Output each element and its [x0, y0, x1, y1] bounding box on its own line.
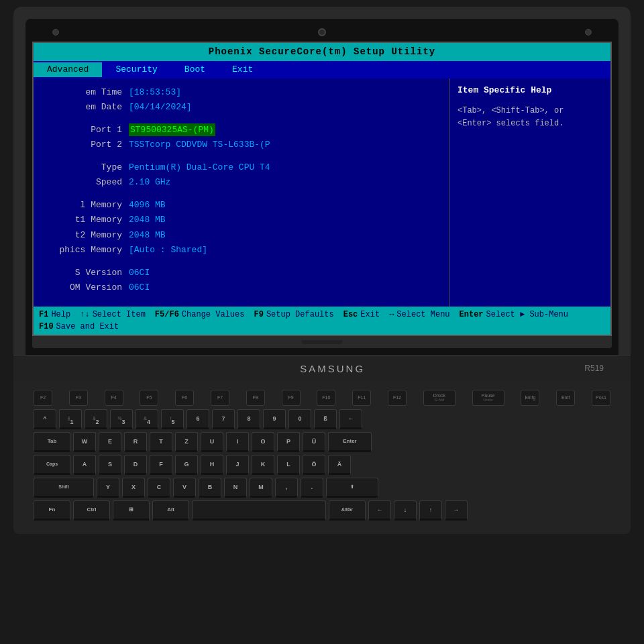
key-entf[interactable]: Entf [556, 390, 575, 406]
key-3[interactable]: %3 [110, 409, 133, 429]
key-h[interactable]: H [201, 455, 223, 475]
key-alt[interactable]: Alt [152, 500, 189, 521]
key-2[interactable]: $2 [85, 409, 107, 429]
camera-row [32, 25, 612, 42]
key-m[interactable]: M [250, 478, 272, 498]
key-o[interactable]: O [252, 432, 274, 452]
key-x[interactable]: X [122, 478, 145, 498]
key-f8[interactable]: F8 [246, 390, 265, 406]
key-rshift[interactable]: ⬆ [326, 478, 378, 498]
key-caret[interactable]: ^ [34, 409, 56, 429]
value-time: [18:53:53] [129, 86, 181, 99]
key-f7[interactable]: F7 [211, 390, 229, 406]
key-g[interactable]: G [175, 455, 198, 475]
key-ae[interactable]: Ä [328, 455, 351, 475]
key-space[interactable] [192, 500, 326, 521]
key-right[interactable]: → [445, 500, 468, 521]
key-lshift[interactable]: Shift [34, 478, 94, 498]
key-druck[interactable]: DrückS-Abf [423, 390, 455, 406]
value-cpu-speed: 2.10 GHz [129, 176, 170, 189]
key-sz[interactable]: ß [314, 409, 337, 429]
key-d[interactable]: D [124, 455, 147, 475]
key-5[interactable]: /5 [161, 409, 184, 429]
key-dot[interactable]: . [301, 478, 323, 498]
label-cpu-type: Type [42, 161, 129, 174]
key-f10[interactable]: F10 [317, 390, 335, 406]
key-i[interactable]: I [226, 432, 249, 452]
key-f6[interactable]: F6 [175, 390, 194, 406]
key-f5[interactable]: F5 [140, 390, 158, 406]
menu-boot[interactable]: Boot [171, 62, 219, 77]
key-1[interactable]: §1 [59, 409, 82, 429]
key-0[interactable]: 0 [288, 409, 311, 429]
row-port2: Port 2 TSSTcorp CDDVDW TS-L633B-(P [42, 138, 441, 152]
key-s[interactable]: S [99, 455, 121, 475]
key-w[interactable]: W [73, 432, 96, 452]
key-y[interactable]: Y [97, 478, 119, 498]
key-j[interactable]: J [226, 455, 249, 475]
key-back[interactable]: ← [339, 409, 362, 429]
key-4[interactable]: &4 [136, 409, 158, 429]
key-6[interactable]: 6 [186, 409, 209, 429]
key-e[interactable]: E [99, 432, 121, 452]
label-port2: Port 2 [42, 138, 129, 152]
key-pos1[interactable]: Pos1 [592, 390, 610, 406]
key-f3[interactable]: F3 [69, 390, 88, 406]
key-9[interactable]: 9 [263, 409, 286, 429]
key-down[interactable]: ↓ [394, 500, 417, 521]
qwerty-row: Tab W E R T Z U I O P Ü Enter [34, 432, 610, 452]
key-up[interactable]: ↑ [419, 500, 442, 521]
key-altgr[interactable]: AltGr [329, 500, 366, 521]
key-tab[interactable]: Tab [34, 432, 70, 452]
bios-menubar[interactable]: Advanced Security Boot Exit [34, 61, 610, 78]
bios-screen: Phoenix SecureCore(tm) Setup Utility Adv… [32, 42, 612, 336]
label-graphics-memory: phics Memory [42, 244, 129, 257]
key-ue[interactable]: Ü [303, 432, 325, 452]
key-r[interactable]: R [124, 432, 147, 452]
key-8[interactable]: 8 [237, 409, 260, 429]
key-comma[interactable]: , [275, 478, 298, 498]
label-time: em Time [42, 86, 129, 99]
key-pause[interactable]: PauseUntbr [472, 390, 504, 406]
samsung-logo: SAMSUNG [300, 363, 365, 374]
key-b[interactable]: B [199, 478, 221, 498]
key-caps[interactable]: Caps [34, 455, 70, 475]
key-u[interactable]: U [201, 432, 223, 452]
key-f[interactable]: F [150, 455, 172, 475]
bottom-bezel [32, 336, 612, 348]
key-f11[interactable]: F11 [352, 390, 371, 406]
key-ctrl[interactable]: Ctrl [73, 500, 110, 521]
key-win[interactable]: ⊞ [113, 500, 150, 521]
menu-advanced[interactable]: Advanced [34, 62, 102, 77]
key-c[interactable]: C [148, 478, 170, 498]
menu-exit[interactable]: Exit [219, 62, 266, 77]
key-n[interactable]: N [224, 478, 247, 498]
key-oe[interactable]: Ö [303, 455, 325, 475]
key-7[interactable]: 7 [212, 409, 235, 429]
key-v[interactable]: V [173, 478, 196, 498]
key-k[interactable]: K [252, 455, 274, 475]
value-port1: ST9500325AS-(PM) [129, 123, 215, 137]
key-p[interactable]: P [277, 432, 300, 452]
label-date: em Date [42, 101, 129, 114]
bezel-notch [302, 340, 342, 344]
value-total-memory: 4096 MB [129, 199, 166, 212]
yxcv-row: Shift Y X C V B N M , . ⬆ [34, 478, 610, 498]
key-l[interactable]: L [277, 455, 300, 475]
key-enter[interactable]: Enter [328, 432, 372, 452]
key-f12[interactable]: F12 [388, 390, 407, 406]
label-total-memory: l Memory [42, 199, 129, 212]
key-z[interactable]: Z [175, 432, 198, 452]
row-bios-version: S Version 06CI [42, 266, 441, 280]
key-fn[interactable]: Fn [34, 500, 70, 521]
menu-security[interactable]: Security [102, 62, 170, 77]
key-a[interactable]: A [73, 455, 96, 475]
key-f9[interactable]: F9 [282, 390, 301, 406]
key-t[interactable]: T [150, 432, 172, 452]
key-f2[interactable]: F2 [34, 390, 52, 406]
key-einfg[interactable]: Einfg [521, 390, 539, 406]
label-port1: Port 1 [42, 123, 129, 137]
status-enter: Enter Select ► Sub-Menu [460, 309, 570, 321]
key-f4[interactable]: F4 [105, 390, 123, 406]
key-left[interactable]: ← [368, 500, 391, 521]
